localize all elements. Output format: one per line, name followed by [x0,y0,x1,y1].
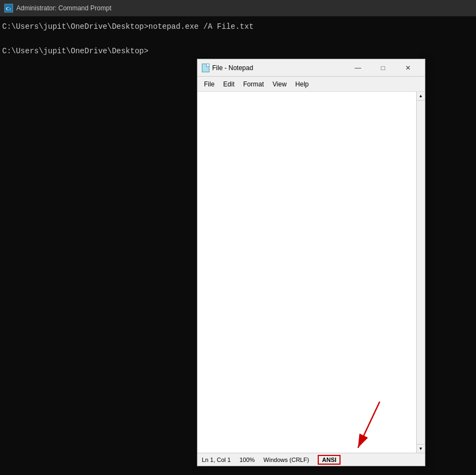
notepad-menubar: File Edit Format View Help [197,77,425,92]
cmd-line-1: C:\Users\jupit\OneDrive\Desktop>notepad.… [2,21,474,33]
cmd-icon: C: [4,4,13,12]
notepad-statusbar: Ln 1, Col 1 100% Windows (CRLF) ANSI [197,453,425,466]
statusbar-zoom: 100% [239,457,255,463]
menu-view[interactable]: View [268,78,291,90]
notepad-minimize-button[interactable]: — [345,59,370,77]
svg-text:C:: C: [6,6,11,11]
notepad-close-button[interactable]: ✕ [395,59,421,77]
notepad-window: File - Notepad — □ ✕ File Edit Format Vi… [197,59,425,466]
cmd-line-2 [2,33,474,45]
cmd-content: C:\Users\jupit\OneDrive\Desktop>notepad.… [0,16,476,61]
statusbar-position: Ln 1, Col 1 [202,457,231,463]
cmd-titlebar: C: Administrator: Command Prompt [0,0,476,16]
notepad-maximize-button[interactable]: □ [370,59,395,77]
notepad-title: File - Notepad [212,64,345,72]
scrollbar-track[interactable] [417,101,425,444]
notepad-editor-container[interactable]: ▲ ▼ [197,92,425,453]
statusbar-line-ending: Windows (CRLF) [263,457,309,463]
notepad-window-controls: — □ ✕ [345,59,421,77]
notepad-titlebar: File - Notepad — □ ✕ [197,59,425,77]
scrollbar-down-arrow[interactable]: ▼ [417,444,425,453]
notepad-textarea[interactable] [197,92,425,453]
menu-help[interactable]: Help [291,78,313,90]
menu-format[interactable]: Format [239,78,268,90]
menu-edit[interactable]: Edit [219,78,239,90]
scrollbar-up-arrow[interactable]: ▲ [417,92,425,101]
notepad-scrollbar[interactable]: ▲ ▼ [416,92,425,453]
menu-file[interactable]: File [200,78,219,90]
cmd-line-3: C:\Users\jupit\OneDrive\Desktop> [2,45,474,57]
cmd-title: Administrator: Command Prompt [16,4,112,12]
notepad-app-icon [202,64,209,72]
statusbar-encoding: ANSI [318,455,341,465]
